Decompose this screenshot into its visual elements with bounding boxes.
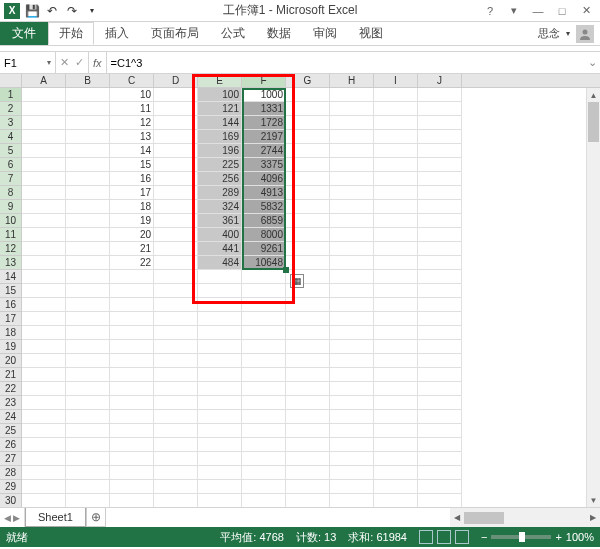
cell-I21[interactable]	[374, 368, 418, 382]
close-button[interactable]: ✕	[576, 3, 596, 19]
cell-F14[interactable]	[242, 270, 286, 284]
column-header-A[interactable]: A	[22, 74, 66, 87]
cell-G12[interactable]	[286, 242, 330, 256]
column-header-E[interactable]: E	[198, 74, 242, 87]
cell-B15[interactable]	[66, 284, 110, 298]
formula-bar-expand-icon[interactable]: ⌄	[584, 52, 600, 73]
tab-file[interactable]: 文件	[0, 22, 48, 45]
cell-C6[interactable]: 15	[110, 158, 154, 172]
cell-C26[interactable]	[110, 438, 154, 452]
cell-E21[interactable]	[198, 368, 242, 382]
cell-D13[interactable]	[154, 256, 198, 270]
cell-A9[interactable]	[22, 200, 66, 214]
cell-H3[interactable]	[330, 116, 374, 130]
cell-A18[interactable]	[22, 326, 66, 340]
cell-E17[interactable]	[198, 312, 242, 326]
column-header-F[interactable]: F	[242, 74, 286, 87]
cell-F18[interactable]	[242, 326, 286, 340]
cell-F12[interactable]: 9261	[242, 242, 286, 256]
cell-B9[interactable]	[66, 200, 110, 214]
cell-D3[interactable]	[154, 116, 198, 130]
cell-I15[interactable]	[374, 284, 418, 298]
cell-B1[interactable]	[66, 88, 110, 102]
cell-J15[interactable]	[418, 284, 462, 298]
cell-H29[interactable]	[330, 480, 374, 494]
cell-J20[interactable]	[418, 354, 462, 368]
cell-D24[interactable]	[154, 410, 198, 424]
cell-I9[interactable]	[374, 200, 418, 214]
cell-G2[interactable]	[286, 102, 330, 116]
cell-E6[interactable]: 225	[198, 158, 242, 172]
cell-E14[interactable]	[198, 270, 242, 284]
cell-E2[interactable]: 121	[198, 102, 242, 116]
cell-I23[interactable]	[374, 396, 418, 410]
cell-H30[interactable]	[330, 494, 374, 507]
column-header-D[interactable]: D	[154, 74, 198, 87]
cell-J29[interactable]	[418, 480, 462, 494]
row-header-15[interactable]: 15	[0, 284, 21, 298]
cell-D5[interactable]	[154, 144, 198, 158]
user-avatar-icon[interactable]	[576, 25, 594, 43]
cell-B18[interactable]	[66, 326, 110, 340]
cell-J26[interactable]	[418, 438, 462, 452]
cell-C2[interactable]: 11	[110, 102, 154, 116]
cell-D11[interactable]	[154, 228, 198, 242]
cell-G22[interactable]	[286, 382, 330, 396]
cell-F10[interactable]: 6859	[242, 214, 286, 228]
cell-D25[interactable]	[154, 424, 198, 438]
row-header-24[interactable]: 24	[0, 410, 21, 424]
cell-J3[interactable]	[418, 116, 462, 130]
scroll-up-icon[interactable]: ▲	[587, 88, 600, 102]
cell-G21[interactable]	[286, 368, 330, 382]
cell-C29[interactable]	[110, 480, 154, 494]
cell-A4[interactable]	[22, 130, 66, 144]
cell-C3[interactable]: 12	[110, 116, 154, 130]
row-header-6[interactable]: 6	[0, 158, 21, 172]
vertical-scrollbar[interactable]: ▲ ▼	[586, 88, 600, 507]
cells-grid[interactable]: 1010010001112113311214417281316921971419…	[22, 88, 600, 507]
cell-G3[interactable]	[286, 116, 330, 130]
cell-D4[interactable]	[154, 130, 198, 144]
row-header-21[interactable]: 21	[0, 368, 21, 382]
cell-G13[interactable]	[286, 256, 330, 270]
cell-B12[interactable]	[66, 242, 110, 256]
cell-I29[interactable]	[374, 480, 418, 494]
cell-H1[interactable]	[330, 88, 374, 102]
cell-F2[interactable]: 1331	[242, 102, 286, 116]
cell-E1[interactable]: 100	[198, 88, 242, 102]
cell-H8[interactable]	[330, 186, 374, 200]
view-shortcuts[interactable]	[419, 530, 469, 544]
cell-J7[interactable]	[418, 172, 462, 186]
cell-I6[interactable]	[374, 158, 418, 172]
cell-J5[interactable]	[418, 144, 462, 158]
row-header-30[interactable]: 30	[0, 494, 21, 507]
cell-I13[interactable]	[374, 256, 418, 270]
row-header-17[interactable]: 17	[0, 312, 21, 326]
cell-D1[interactable]	[154, 88, 198, 102]
cell-B20[interactable]	[66, 354, 110, 368]
cell-H17[interactable]	[330, 312, 374, 326]
cell-H9[interactable]	[330, 200, 374, 214]
cell-G9[interactable]	[286, 200, 330, 214]
cell-A1[interactable]	[22, 88, 66, 102]
cell-H6[interactable]	[330, 158, 374, 172]
cell-D8[interactable]	[154, 186, 198, 200]
column-header-I[interactable]: I	[374, 74, 418, 87]
cell-E3[interactable]: 144	[198, 116, 242, 130]
cell-A12[interactable]	[22, 242, 66, 256]
cell-E30[interactable]	[198, 494, 242, 507]
column-header-J[interactable]: J	[418, 74, 462, 87]
row-header-28[interactable]: 28	[0, 466, 21, 480]
row-header-1[interactable]: 1	[0, 88, 21, 102]
cell-C30[interactable]	[110, 494, 154, 507]
cell-G5[interactable]	[286, 144, 330, 158]
cell-J24[interactable]	[418, 410, 462, 424]
cell-C27[interactable]	[110, 452, 154, 466]
cell-I30[interactable]	[374, 494, 418, 507]
scroll-down-icon[interactable]: ▼	[587, 493, 600, 507]
cell-C11[interactable]: 20	[110, 228, 154, 242]
cell-G16[interactable]	[286, 298, 330, 312]
name-box-input[interactable]	[4, 57, 44, 69]
cell-C20[interactable]	[110, 354, 154, 368]
tab-home[interactable]: 开始	[48, 22, 94, 45]
